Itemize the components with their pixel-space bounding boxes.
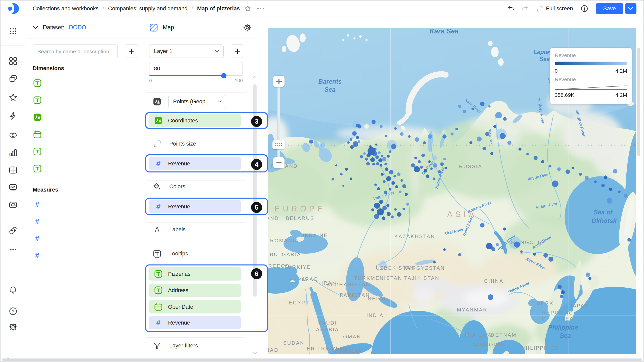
undo-icon[interactable] (507, 5, 514, 12)
pizzeria-point[interactable] (345, 168, 348, 171)
pizzeria-point[interactable] (365, 158, 368, 161)
add-field-button[interactable] (125, 44, 138, 58)
pizzeria-point[interactable] (357, 124, 361, 128)
zoom-slider-handle[interactable] (272, 140, 285, 149)
pizzeria-point[interactable] (395, 185, 398, 188)
tooltip-address-chip[interactable]: Address (149, 284, 241, 297)
pizzeria-point[interactable] (514, 242, 520, 248)
pizzeria-point[interactable] (533, 253, 536, 256)
pizzeria-point[interactable] (579, 173, 582, 176)
save-button[interactable]: Save (596, 3, 623, 14)
apps-menu-icon[interactable] (8, 26, 18, 36)
pizzeria-point[interactable] (491, 247, 495, 251)
dataset-name-link[interactable]: DODO (69, 24, 86, 31)
help-icon[interactable]: ? (8, 306, 18, 316)
pizzeria-point[interactable] (372, 163, 375, 165)
scroll-up-icon[interactable] (253, 75, 257, 79)
pizzeria-point[interactable] (469, 141, 472, 144)
field-pizzerias[interactable] (26, 143, 142, 160)
pizzeria-point[interactable] (399, 191, 401, 193)
points-size-revenue-chip[interactable]: # Revenue (149, 157, 241, 170)
pizzeria-point[interactable] (426, 174, 429, 178)
pizzeria-point[interactable] (561, 290, 565, 294)
full-screen-button[interactable]: Full screen (536, 5, 573, 12)
tooltip-opendate-chip[interactable]: OpenDate (149, 300, 241, 313)
chart-settings-gear-icon[interactable] (243, 23, 252, 32)
pizzeria-point[interactable] (366, 162, 370, 165)
pizzeria-point[interactable] (534, 156, 538, 160)
pizzeria-point[interactable] (352, 131, 357, 136)
pizzeria-point[interactable] (438, 170, 441, 173)
field-opendate[interactable] (26, 126, 142, 143)
pizzeria-point[interactable] (557, 167, 561, 171)
pizzeria-point[interactable] (433, 163, 437, 168)
map-canvas[interactable]: FINLANDRUSSIAPOLANDBELARUSUKRAINEROMANIA… (268, 28, 636, 354)
pizzeria-point[interactable] (353, 141, 358, 147)
functions-icon[interactable] (8, 111, 18, 121)
pizzeria-point[interactable] (428, 160, 431, 163)
coordinates-chip[interactable]: Coordinates (149, 114, 241, 127)
pizzeria-point[interactable] (374, 214, 379, 219)
pizzeria-point[interactable] (397, 212, 401, 217)
pizzeria-point[interactable] (397, 172, 400, 176)
pizzeria-point[interactable] (406, 203, 409, 206)
pizzeria-point[interactable] (423, 141, 426, 144)
pizzeria-point[interactable] (420, 166, 423, 169)
pizzeria-point[interactable] (451, 132, 454, 135)
pizzeria-point[interactable] (490, 152, 493, 155)
pizzeria-point[interactable] (374, 184, 377, 186)
pizzeria-point[interactable] (332, 178, 334, 180)
tables-icon[interactable] (8, 165, 18, 175)
pizzeria-point[interactable] (391, 144, 396, 149)
pizzeria-point[interactable] (370, 157, 375, 162)
pizzeria-point[interactable] (428, 134, 432, 139)
favorite-star-icon[interactable] (244, 5, 251, 12)
pizzeria-point[interactable] (480, 223, 485, 228)
field-revenue[interactable]: # (26, 213, 142, 230)
settings-icon[interactable] (8, 322, 18, 332)
pizzeria-point[interactable] (500, 133, 506, 139)
field-measure-values[interactable]: # (26, 247, 142, 264)
pizzeria-point[interactable] (520, 250, 523, 253)
pizzeria-point[interactable] (379, 200, 383, 204)
monitoring-icon[interactable] (8, 183, 18, 193)
pizzeria-point[interactable] (389, 150, 391, 153)
pizzeria-point[interactable] (356, 136, 359, 139)
pizzeria-point[interactable] (588, 277, 591, 280)
pizzeria-point[interactable] (360, 155, 363, 158)
pizzeria-point[interactable] (443, 158, 446, 160)
pizzeria-point[interactable] (372, 151, 377, 156)
pizzeria-point[interactable] (374, 203, 380, 209)
info-icon[interactable] (581, 5, 588, 12)
pizzeria-point[interactable] (503, 117, 507, 121)
pizzeria-point[interactable] (480, 102, 485, 106)
pizzeria-point[interactable] (613, 169, 617, 173)
pizzeria-point[interactable] (374, 148, 377, 150)
more-icon[interactable] (8, 245, 18, 254)
pizzeria-point[interactable] (350, 138, 352, 141)
tooltip-revenue-chip[interactable]: # Revenue (149, 316, 241, 329)
pizzeria-point[interactable] (378, 151, 381, 154)
pizzeria-point[interactable] (432, 155, 437, 160)
pizzeria-point[interactable] (387, 155, 390, 158)
pizzeria-point[interactable] (377, 187, 380, 190)
pizzeria-point[interactable] (342, 185, 344, 187)
pizzeria-point[interactable] (418, 160, 421, 163)
pizzeria-point[interactable] (463, 110, 466, 113)
pizzeria-point[interactable] (558, 285, 562, 289)
pizzeria-point[interactable] (552, 180, 558, 187)
add-layer-button[interactable] (231, 44, 244, 58)
pizzeria-point[interactable] (507, 141, 511, 145)
pizzeria-point[interactable] (403, 208, 405, 210)
pizzeria-point[interactable] (414, 166, 420, 172)
pizzeria-point[interactable] (382, 157, 386, 161)
pizzeria-point[interactable] (335, 164, 337, 166)
pizzeria-point[interactable] (443, 248, 446, 251)
charts-icon[interactable] (8, 148, 18, 157)
pizzeria-point[interactable] (309, 140, 313, 144)
pizzeria-point[interactable] (627, 238, 631, 242)
pizzeria-point[interactable] (607, 198, 612, 204)
field-rank-by-revenue[interactable]: # (26, 196, 142, 213)
pizzeria-point[interactable] (585, 176, 589, 180)
field-the-number-of-pizzerias[interactable]: # (26, 230, 142, 247)
